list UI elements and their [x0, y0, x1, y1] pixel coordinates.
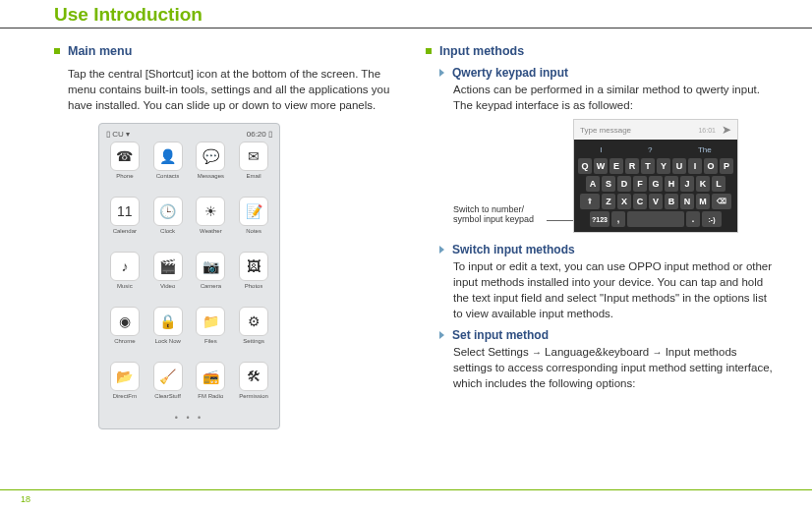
app-label: Music	[117, 283, 133, 289]
app-icon: 🎬	[153, 252, 183, 281]
send-icon: ➤	[722, 123, 731, 137]
key-z: Z	[602, 194, 615, 209]
page-number: 18	[21, 494, 30, 504]
app-cell: 🔒Lock Now	[147, 307, 189, 358]
keyboard-figure: Switch to number/ symbol input keypad Ty…	[453, 119, 775, 233]
app-label: Email	[247, 173, 261, 179]
key-comma: ,	[611, 211, 625, 227]
footer-rule	[0, 489, 812, 490]
app-label: Settings	[243, 338, 264, 344]
app-cell: 📝Notes	[233, 197, 274, 248]
app-label: Files	[204, 338, 217, 344]
app-icon: 11	[110, 197, 140, 226]
app-label: Clock	[160, 228, 175, 234]
key-shift: ⇧	[580, 194, 600, 209]
phone-figure: ▯ CU ▾ 06:20 ▯ ☎Phone👤Contacts💬Messages✉…	[98, 123, 398, 429]
title-rule	[0, 28, 812, 28]
app-cell: ☀Weather	[191, 197, 232, 248]
app-icon: 📂	[110, 362, 140, 391]
keyboard-row-2: ASDFGHJKL	[577, 176, 734, 192]
arrow-icon: →	[532, 346, 542, 360]
key-h: H	[665, 176, 678, 192]
app-icon: ✉	[239, 142, 268, 171]
app-cell: 📷Camera	[191, 252, 232, 303]
key-b: B	[665, 194, 678, 209]
keyboard-phone: Type message 16:01 ➤ I?The QWERTYUIOP AS…	[573, 119, 738, 233]
app-label: Lock Now	[154, 338, 180, 344]
app-icon: 📷	[196, 252, 225, 281]
app-icon: ♪	[110, 252, 140, 281]
key-numsym: ?123	[590, 211, 609, 227]
app-label: Contacts	[156, 173, 180, 179]
app-label: Video	[160, 283, 175, 289]
app-label: Calendar	[113, 228, 137, 234]
app-icon: 🛠	[239, 362, 268, 391]
triangle-bullet-icon	[439, 69, 444, 77]
key-f: F	[633, 176, 647, 192]
keyboard-suggestion: ?	[648, 145, 652, 154]
key-g: G	[649, 176, 663, 192]
key-v: V	[649, 194, 663, 209]
keyboard-input-row: Type message 16:01 ➤	[574, 120, 737, 140]
keyboard-status-time: 16:01	[698, 127, 722, 134]
app-icon: ◉	[110, 307, 140, 336]
app-cell: 📂DirectFm	[104, 362, 145, 413]
key-x: X	[617, 194, 631, 209]
key-p: P	[720, 158, 733, 174]
app-icon: ⚙	[239, 307, 268, 336]
left-column: Main menu Tap the central [Shortcut] ico…	[54, 44, 398, 429]
key-q: Q	[578, 158, 592, 174]
keyboard-row-1: QWERTYUIOP	[577, 158, 734, 174]
app-label: Notes	[246, 228, 261, 234]
key-j: J	[680, 176, 694, 192]
app-label: Phone	[116, 173, 133, 179]
key-m: M	[696, 194, 710, 209]
page: Use Introduction Main menu Tap the centr…	[0, 0, 812, 512]
key-emoji: :-)	[702, 211, 722, 227]
set-body-mid: Language&keyboard	[545, 346, 652, 358]
app-cell: 📻FM Radio	[191, 362, 232, 413]
app-label: Weather	[200, 228, 222, 234]
keyboard-suggestion: The	[698, 145, 712, 154]
key-a: A	[586, 176, 600, 192]
square-bullet-icon	[426, 48, 432, 54]
key-w: W	[594, 158, 608, 174]
app-cell: ◉Chrome	[104, 307, 145, 358]
key-k: K	[696, 176, 710, 192]
app-icon: 📻	[196, 362, 225, 391]
app-icon: 🖼	[239, 252, 268, 281]
caption-leader-line	[547, 220, 573, 221]
app-icon: ☎	[110, 142, 140, 171]
keyboard-dark-area: I?The QWERTYUIOP ASDFGHJKL ⇧ZXCVBNM⌫ ?12…	[574, 140, 737, 232]
app-label: DirectFm	[113, 393, 137, 399]
key-t: T	[641, 158, 655, 174]
app-icon: 🧹	[153, 362, 183, 391]
input-methods-heading-text: Input methods	[439, 44, 524, 58]
app-cell: 👤Contacts	[147, 142, 189, 193]
qwerty-subheading: Qwerty keypad input	[439, 66, 775, 80]
key-y: Y	[657, 158, 670, 174]
key-l: L	[712, 176, 725, 192]
switch-subheading-text: Switch input methods	[452, 243, 575, 256]
phone-status-left: ▯ CU ▾	[106, 130, 130, 139]
qwerty-body: Actions can be performed in a similar me…	[453, 82, 775, 113]
keyboard-row-4: ?123,.:-)	[577, 211, 734, 227]
key-o: O	[704, 158, 718, 174]
app-icon: 📝	[239, 197, 268, 226]
key-backspace: ⌫	[712, 194, 731, 209]
triangle-bullet-icon	[439, 331, 444, 339]
key-s: S	[602, 176, 615, 192]
switch-subheading: Switch input methods	[439, 243, 775, 256]
key-u: U	[672, 158, 686, 174]
app-cell: ♪Music	[104, 252, 145, 303]
phone-shell: ▯ CU ▾ 06:20 ▯ ☎Phone👤Contacts💬Messages✉…	[98, 123, 280, 429]
app-label: Chrome	[114, 338, 135, 344]
switch-body: To input or edit a text, you can use OPP…	[453, 258, 775, 321]
page-indicator-dots: • • •	[104, 413, 274, 423]
key-c: C	[633, 194, 647, 209]
app-cell: 🧹ClearStuff	[147, 362, 189, 413]
main-menu-heading-text: Main menu	[68, 44, 132, 58]
app-cell: 💬Messages	[191, 142, 232, 193]
arrow-icon: →	[652, 346, 662, 360]
right-column: Input methods Qwerty keypad input Action…	[426, 44, 775, 429]
